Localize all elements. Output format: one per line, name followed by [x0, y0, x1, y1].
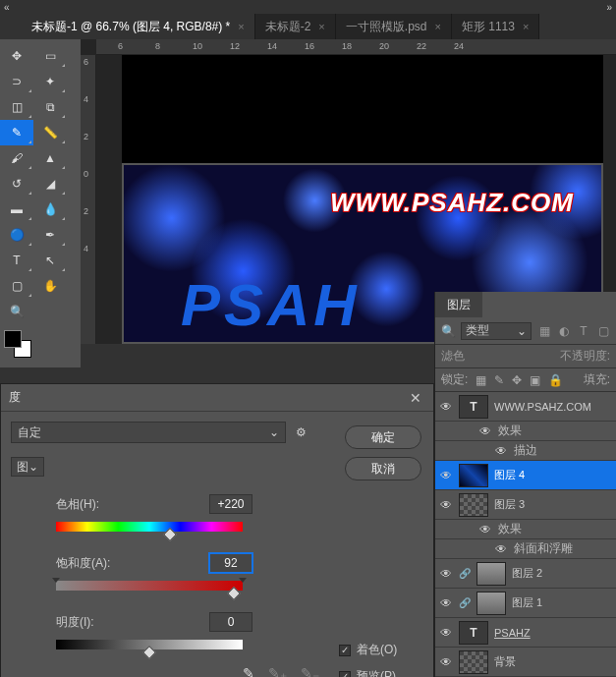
layer-row[interactable]: 👁图层 4 [435, 461, 616, 490]
dodge-tool[interactable]: 🔵 [0, 222, 33, 248]
visibility-icon[interactable]: 👁 [439, 400, 453, 414]
layer-name[interactable]: 图层 4 [494, 468, 612, 482]
color-swatch[interactable] [4, 330, 31, 358]
shape-tool[interactable]: ▢ [0, 273, 33, 299]
sat-value[interactable]: 92 [209, 553, 252, 573]
visibility-icon[interactable]: 👁 [494, 444, 508, 458]
visibility-icon[interactable]: 👁 [439, 567, 453, 581]
lock-pos-icon[interactable]: ✥ [512, 373, 522, 387]
close-tab-icon[interactable]: × [318, 21, 324, 32]
blur-tool[interactable]: 💧 [33, 197, 67, 222]
lock-artboard-icon[interactable]: ▣ [530, 373, 540, 387]
fx-item[interactable]: 描边 [514, 442, 537, 459]
layers-tab[interactable]: 图层 [435, 292, 482, 317]
fx-item[interactable]: 斜面和浮雕 [514, 540, 573, 557]
layer-row[interactable]: 👁图层 3 [435, 490, 616, 520]
eyedropper-sub-icon[interactable]: ✎₋ [301, 665, 319, 677]
preview-checkbox[interactable]: ✓预览(P) [339, 668, 397, 677]
document-tab[interactable]: 未标题-2× [255, 14, 336, 39]
visibility-icon[interactable]: 👁 [478, 424, 492, 438]
lig-slider[interactable] [56, 640, 243, 649]
hue-value[interactable]: +220 [209, 494, 252, 514]
document-tab[interactable]: 未标题-1 @ 66.7% (图层 4, RGB/8#) *× [22, 14, 255, 39]
gradient-tool[interactable]: ▬ [0, 197, 33, 222]
lig-value[interactable]: 0 [209, 612, 252, 632]
lock-icon[interactable]: 🔒 [548, 373, 563, 387]
visibility-icon[interactable]: 👁 [439, 469, 453, 482]
eyedropper-main-icon[interactable]: ✎ [243, 665, 254, 677]
path-tool[interactable]: ↖ [33, 248, 67, 273]
filter-shape-icon[interactable]: ▢ [596, 324, 610, 338]
hue-saturation-dialog: 度 ✕ 自定⌄ ⚙ 确定 取消 图 ⌄ 色相(H):+220 饱和度( [0, 383, 434, 677]
channel-select[interactable]: 图 ⌄ [11, 457, 44, 477]
close-tab-icon[interactable]: × [238, 21, 244, 32]
layer-row[interactable]: 👁背景 [435, 648, 616, 677]
type-layer-icon: T [459, 621, 488, 645]
layer-row[interactable]: 👁TWWW.PSAHZ.COM [435, 392, 616, 422]
lasso-tool[interactable]: ⊃ [0, 69, 33, 94]
brush-tool[interactable]: 🖌 [0, 145, 33, 171]
history-brush-tool[interactable]: ↺ [0, 171, 33, 197]
canvas-big-text: PSAH [181, 271, 361, 339]
layer-name[interactable]: 图层 2 [512, 566, 612, 581]
ruler-vertical: 642024 [81, 55, 96, 344]
preset-select[interactable]: 自定⌄ [11, 422, 286, 443]
filter-adjust-icon[interactable]: ◐ [557, 324, 571, 338]
layer-name[interactable]: 图层 3 [494, 497, 612, 512]
eyedropper-tool[interactable]: ✎ [0, 120, 33, 145]
filter-type-select[interactable]: 类型⌄ [461, 322, 532, 340]
sat-slider[interactable] [56, 581, 243, 591]
search-icon[interactable]: 🔍 [441, 324, 455, 338]
visibility-icon[interactable]: 👁 [439, 596, 453, 610]
menu-chevron-left[interactable]: « [4, 2, 10, 13]
visibility-icon[interactable]: 👁 [478, 523, 492, 536]
visibility-icon[interactable]: 👁 [439, 626, 453, 640]
link-icon[interactable]: 🔗 [459, 597, 471, 608]
ruler-tool[interactable]: 📏 [33, 120, 67, 145]
layer-name[interactable]: 图层 1 [512, 595, 612, 610]
crop-tool[interactable]: ◫ [0, 94, 33, 120]
hand-tool[interactable]: ✋ [33, 273, 67, 299]
menu-chevron-right[interactable]: » [606, 2, 612, 13]
visibility-icon[interactable]: 👁 [439, 655, 453, 669]
slice-tool[interactable]: ⧉ [33, 94, 67, 120]
gear-icon[interactable]: ⚙ [296, 425, 307, 439]
visibility-icon[interactable]: 👁 [439, 498, 453, 512]
lock-pixel-icon[interactable]: ✎ [494, 373, 504, 387]
close-tab-icon[interactable]: × [523, 21, 529, 32]
dialog-title: 度 [9, 389, 406, 406]
filter-image-icon[interactable]: ▦ [537, 324, 551, 338]
lock-all-icon[interactable]: ▦ [476, 373, 486, 387]
cancel-button[interactable]: 取消 [345, 457, 421, 480]
document-tab[interactable]: 一寸照模版.psd× [336, 14, 452, 39]
wand-tool[interactable]: ✦ [33, 69, 67, 94]
layer-row[interactable]: 👁🔗图层 2 [435, 559, 616, 589]
layer-row[interactable]: 👁🔗图层 1 [435, 589, 616, 618]
zoom-tool[interactable]: 🔍 [0, 299, 33, 324]
layer-thumb [476, 562, 506, 586]
layer-name[interactable]: PSAHZ [494, 627, 612, 639]
document-tab[interactable]: 矩形 1113× [452, 14, 539, 39]
link-icon[interactable]: 🔗 [459, 568, 471, 579]
eyedropper-add-icon[interactable]: ✎₊ [268, 665, 287, 677]
preset-value: 自定 [18, 424, 41, 441]
opacity-label: 不透明度: [560, 348, 610, 365]
visibility-icon[interactable]: 👁 [494, 542, 508, 556]
layer-name[interactable]: 背景 [494, 654, 612, 669]
ok-button[interactable]: 确定 [345, 425, 421, 449]
blend-mode[interactable]: 滤色 [441, 348, 465, 365]
layer-row[interactable]: 👁TPSAHZ [435, 618, 616, 648]
colorize-checkbox[interactable]: ✓着色(O) [339, 642, 397, 658]
stamp-tool[interactable]: ▲ [33, 145, 67, 171]
marquee-tool[interactable]: ▭ [33, 43, 67, 69]
pen-tool[interactable]: ✒ [33, 222, 67, 248]
type-tool[interactable]: T [0, 248, 33, 273]
eraser-tool[interactable]: ◢ [33, 171, 67, 197]
hue-slider[interactable] [56, 522, 243, 532]
layer-name[interactable]: WWW.PSAHZ.COM [494, 401, 612, 413]
close-icon[interactable]: ✕ [406, 390, 425, 406]
filter-type-icon[interactable]: T [577, 324, 590, 338]
layer-thumb [476, 592, 506, 615]
close-tab-icon[interactable]: × [434, 21, 440, 32]
move-tool[interactable]: ✥ [0, 43, 33, 69]
